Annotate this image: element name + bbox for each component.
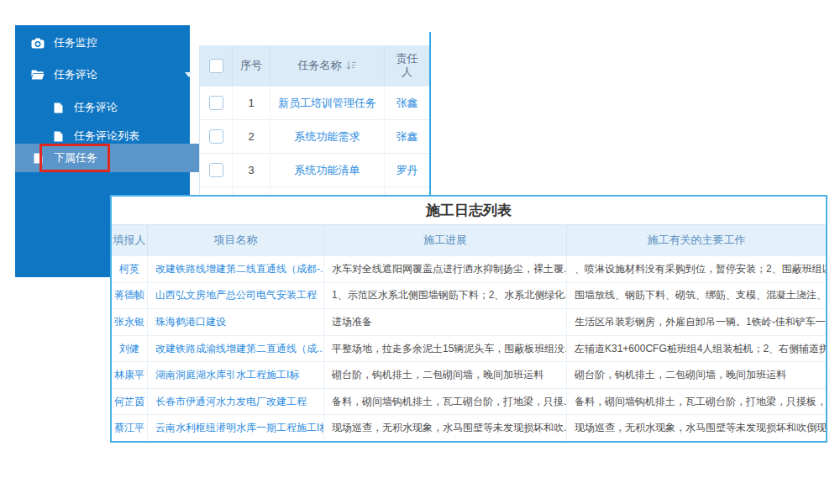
file-icon bbox=[50, 102, 66, 113]
main-work-cell: 、喷淋设施材料没有采购到位，暂停安装；2、围蔽班组以货... bbox=[567, 256, 826, 282]
owner-cell bbox=[385, 187, 429, 195]
table-row: 1 新员工培训管理任务 张鑫 bbox=[200, 86, 429, 119]
reporter-cell: 林康平 bbox=[112, 362, 148, 388]
task-table: 序号 任务名称 责任人 1 新员工培训管理任务 张鑫 2 系统功能需求 张鑫 bbox=[199, 45, 429, 195]
construction-log-panel: 施工日志列表 填报人 项目名称 施工进展 施工有关的主要工作 柯英 改建铁路线增… bbox=[110, 195, 827, 443]
table-row: 林康平 湖南洞庭湖水库引水工程施工I标 砌台阶，钩机排土，二包砌间墙，晚间加班运… bbox=[112, 361, 826, 388]
sidebar-item-task-monitor[interactable]: 任务监控 bbox=[15, 29, 205, 57]
task-name-link[interactable]: 系统功能清单 bbox=[270, 154, 385, 186]
seq-cell: 1 bbox=[233, 87, 270, 119]
progress-cell: 水车对全线遮阳网覆盖点进行洒水抑制扬尘，裸土覆... bbox=[324, 256, 567, 282]
log-table-header: 填报人 项目名称 施工进展 施工有关的主要工作 bbox=[112, 224, 826, 255]
header-reporter: 填报人 bbox=[112, 225, 148, 255]
header-task-name-label: 任务名称 bbox=[298, 58, 342, 73]
sidebar-item-label: 下属任务 bbox=[54, 150, 97, 165]
project-name-link[interactable]: 长春市伊通河水力发电厂改建工程 bbox=[148, 389, 324, 415]
row-checkbox[interactable] bbox=[209, 129, 223, 144]
row-checkbox-cell bbox=[200, 120, 233, 153]
header-task-name: 任务名称 bbox=[270, 45, 385, 86]
progress-cell: 1、示范区水系北侧围墙钢筋下料；2、水系北侧绿化... bbox=[324, 283, 567, 309]
camera-icon bbox=[30, 38, 45, 49]
folder-open-icon bbox=[30, 70, 45, 80]
row-checkbox[interactable] bbox=[209, 163, 223, 177]
header-owner: 责任人 bbox=[385, 45, 429, 86]
header-seq: 序号 bbox=[233, 45, 270, 86]
sidebar-item-task-comment[interactable]: 任务评论 bbox=[15, 93, 225, 122]
reporter-cell: 蔡江平 bbox=[112, 415, 148, 441]
log-table-body: 柯英 改建铁路线增建第二线直通线（成都-... 水车对全线遮阳网覆盖点进行洒水抑… bbox=[112, 255, 826, 441]
table-row: 2 系统功能需求 张鑫 bbox=[200, 119, 429, 153]
row-checkbox-cell bbox=[200, 154, 233, 186]
main-work-cell: 备料，砌间墙钩机排土，瓦工砌台阶，打地梁，只摸板，砌... bbox=[567, 389, 826, 415]
file-icon bbox=[50, 131, 66, 142]
sidebar-item-label: 任务评论 bbox=[54, 67, 97, 82]
sidebar-item-task-comments-group[interactable]: 任务评论 bbox=[15, 60, 205, 89]
progress-cell: 备料，砌间墙钩机排土，瓦工砌台阶，打地梁，只摸... bbox=[324, 389, 567, 415]
project-name-link[interactable]: 改建铁路线增建第二线直通线（成都-... bbox=[148, 256, 324, 282]
table-row: 3 系统功能清单 罗丹 bbox=[200, 153, 429, 186]
row-checkbox-cell bbox=[200, 87, 233, 119]
seq-cell: 2 bbox=[233, 120, 270, 153]
sidebar-item-subordinate-tasks[interactable]: 下属任务 bbox=[15, 144, 205, 172]
page-title: 施工日志列表 bbox=[112, 197, 826, 224]
project-name-link[interactable]: 湖南洞庭湖水库引水工程施工I标 bbox=[148, 362, 324, 388]
task-table-header: 序号 任务名称 责任人 bbox=[200, 45, 429, 86]
project-name-link[interactable]: 珠海鹤港口建设 bbox=[148, 309, 324, 335]
table-row: 张永银 珠海鹤港口建设 进场准备 生活区吊装彩钢房，外雇自卸吊一辆。1铁岭-佳和… bbox=[112, 308, 826, 335]
reporter-cell: 张永银 bbox=[112, 309, 148, 335]
header-seq-label: 序号 bbox=[239, 59, 264, 72]
main-work-cell: 围墙放线、钢筋下料、砌筑、绑筋、支模、混凝土浇注、清... bbox=[567, 283, 826, 309]
progress-cell: 现场巡查，无积水现象，水马围壁等未发现损坏和吹... bbox=[324, 415, 567, 441]
reporter-cell: 蒋德帧 bbox=[112, 283, 148, 309]
owner-cell: 张鑫 bbox=[385, 120, 429, 153]
table-row-clipped bbox=[200, 186, 429, 195]
owner-cell: 罗丹 bbox=[385, 154, 429, 186]
row-checkbox[interactable] bbox=[209, 96, 223, 110]
table-row: 刘健 改建铁路成渝线增建第二直通线（成... 平整场地，拉走多余泥土15辆泥头车… bbox=[112, 335, 826, 362]
sort-icon[interactable] bbox=[346, 60, 357, 71]
table-row: 蒋德帧 山西弘文房地产总公司电气安装工程 1、示范区水系北侧围墙钢筋下料；2、水… bbox=[112, 282, 826, 309]
main-work-cell: 砌台阶，钩机排土，二包砌间墙，晚间加班运料 bbox=[567, 362, 826, 388]
progress-cell: 进场准备 bbox=[324, 309, 567, 335]
sidebar-item-label: 任务评论列表 bbox=[74, 129, 139, 144]
header-main-work: 施工有关的主要工作 bbox=[567, 225, 826, 255]
progress-cell: 砌台阶，钩机排土，二包砌间墙，晚间加班运料 bbox=[324, 362, 567, 388]
task-name-link[interactable]: 新员工培训管理任务 bbox=[270, 87, 385, 119]
header-owner-label: 责任人 bbox=[395, 52, 419, 80]
project-name-link[interactable]: 云南水利枢纽潜明水库一期工程施工I标 bbox=[148, 415, 324, 441]
table-row: 蔡江平 云南水利枢纽潜明水库一期工程施工I标 现场巡查，无积水现象，水马围壁等未… bbox=[112, 414, 826, 441]
file-icon bbox=[30, 153, 45, 164]
seq-cell bbox=[233, 187, 270, 195]
header-checkbox-cell bbox=[200, 45, 233, 86]
header-progress: 施工进展 bbox=[324, 225, 567, 255]
chevron-down-icon[interactable] bbox=[185, 72, 193, 77]
select-all-checkbox[interactable] bbox=[209, 59, 223, 73]
reporter-cell: 柯英 bbox=[112, 256, 148, 282]
header-project-name: 项目名称 bbox=[148, 225, 324, 255]
task-name-link[interactable]: 系统功能需求 bbox=[270, 120, 385, 153]
project-name-link[interactable]: 改建铁路成渝线增建第二直通线（成... bbox=[148, 336, 324, 362]
main-work-cell: 生活区吊装彩钢房，外雇自卸吊一辆。1铁岭-佳和铲车一台 bbox=[567, 309, 826, 335]
row-checkbox-cell bbox=[200, 187, 233, 195]
main-work-cell: 左辅道K31+600CFG桩班组4人组装桩机；2、右侧辅道拼宽... bbox=[567, 336, 826, 362]
task-name-cell bbox=[270, 187, 385, 195]
task-table-panel: 序号 任务名称 责任人 1 新员工培训管理任务 张鑫 2 系统功能需求 张鑫 bbox=[199, 32, 431, 195]
main-work-cell: 现场巡查，无积水现象，水马围壁等未发现损坏和吹倒现象 ... bbox=[567, 415, 826, 441]
sidebar-item-label: 任务监控 bbox=[54, 35, 97, 50]
owner-cell: 张鑫 bbox=[385, 87, 429, 119]
sidebar-item-label: 任务评论 bbox=[74, 100, 118, 115]
project-name-link[interactable]: 山西弘文房地产总公司电气安装工程 bbox=[148, 283, 324, 309]
reporter-cell: 刘健 bbox=[112, 336, 148, 362]
seq-cell: 3 bbox=[233, 154, 270, 186]
table-row: 何芷茵 长春市伊通河水力发电厂改建工程 备料，砌间墙钩机排土，瓦工砌台阶，打地梁… bbox=[112, 388, 826, 415]
progress-cell: 平整场地，拉走多余泥土15辆泥头车，围蔽板班组没... bbox=[324, 336, 567, 362]
table-row: 柯英 改建铁路线增建第二线直通线（成都-... 水车对全线遮阳网覆盖点进行洒水抑… bbox=[112, 255, 826, 282]
reporter-cell: 何芷茵 bbox=[112, 389, 148, 415]
